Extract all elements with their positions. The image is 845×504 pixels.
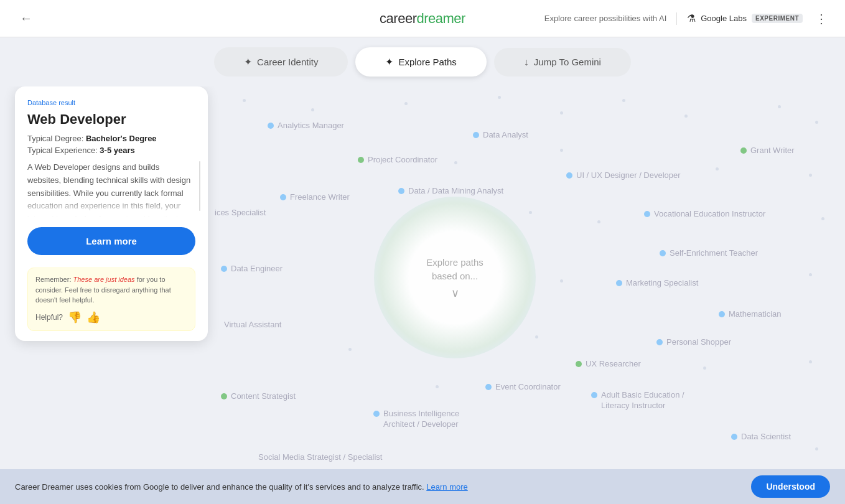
scatter-dot xyxy=(809,360,812,363)
node-dot xyxy=(616,280,622,286)
node-dot xyxy=(566,172,572,179)
tab-jump-to-gemini[interactable]: ↓ Jump To Gemini xyxy=(494,48,631,77)
node-dot xyxy=(398,188,404,194)
helpful-label: Helpful? xyxy=(35,313,63,322)
scatter-dot xyxy=(529,211,532,214)
scatter-dot xyxy=(454,161,457,164)
node-bi-architect[interactable]: Business Intelligence Architect / Develo… xyxy=(373,409,459,429)
scatter-dot xyxy=(815,121,818,124)
node-dot xyxy=(373,411,380,417)
scatter-dot xyxy=(821,217,824,220)
helpful-row: Helpful? 👎 👍 xyxy=(35,310,187,324)
node-event-coordinator[interactable]: Event Coordinator xyxy=(485,382,561,391)
node-data-engineer[interactable]: Data Engineer xyxy=(221,264,282,273)
node-data-analyst[interactable]: Data Analyst xyxy=(473,130,528,139)
node-dot xyxy=(268,123,274,129)
node-social-media[interactable]: Social Media Strategist / Specialist xyxy=(258,452,382,462)
node-freelance-writer[interactable]: Freelance Writer xyxy=(280,192,350,202)
scatter-dot xyxy=(815,447,818,450)
cookie-message: Career Dreamer uses cookies from Google … xyxy=(15,482,424,492)
experiment-badge: EXPERIMENT xyxy=(752,14,803,23)
node-content-strategist[interactable]: Content Strategist xyxy=(221,391,296,401)
degree-label: Typical Degree: xyxy=(27,134,83,143)
tab-career-identity-label: Career Identity xyxy=(257,57,318,67)
job-description: A Web Developer designs and builds websi… xyxy=(27,161,195,217)
node-self-enrichment-label: Self-Enrichment Teacher xyxy=(670,248,758,258)
node-vocational[interactable]: Vocational Education Instructor xyxy=(644,209,765,218)
node-adult-basic-label: Adult Basic Education / xyxy=(601,390,684,399)
node-bi-architect-label: Business Intelligence xyxy=(383,409,459,418)
node-project-coordinator[interactable]: Project Coordinator xyxy=(358,155,437,164)
node-virtual-assistant-label: Virtual Assistant xyxy=(224,320,281,329)
understood-button[interactable]: Understood xyxy=(751,475,830,498)
scatter-dot xyxy=(560,149,563,152)
scatter-dot xyxy=(716,167,719,170)
node-dot xyxy=(731,434,737,440)
learn-more-button[interactable]: Learn more xyxy=(27,227,195,255)
node-social-media-label: Social Media Strategist / Specialist xyxy=(258,452,382,462)
tab-explore-paths[interactable]: ✦ Explore Paths xyxy=(355,47,486,77)
node-dot xyxy=(473,132,479,138)
ai-label: Explore career possibilities with AI xyxy=(544,14,667,23)
cookie-learn-more-link[interactable]: Learn more xyxy=(426,482,467,492)
node-personal-shopper-label: Personal Shopper xyxy=(666,337,731,347)
scatter-dot xyxy=(535,335,538,338)
nav-tabs: ✦ Career Identity ✦ Explore Paths ↓ Jump… xyxy=(0,37,845,86)
more-button[interactable]: ⋮ xyxy=(813,9,830,29)
node-content-strategist-label: Content Strategist xyxy=(231,391,296,401)
job-card-panel: Database result Web Developer Typical De… xyxy=(15,86,208,341)
feedback-highlight: These are just ideas xyxy=(73,276,135,283)
scatter-dot xyxy=(243,99,246,102)
scatter-dot xyxy=(597,220,600,223)
google-labs: ⚗ Google Labs EXPERIMENT xyxy=(687,12,803,24)
scatter-dot xyxy=(348,348,352,351)
scatter-dot xyxy=(622,99,625,102)
node-uiux[interactable]: UI / UX Designer / Developer xyxy=(566,170,681,180)
node-vocational-label: Vocational Education Instructor xyxy=(654,209,765,218)
node-marketing-label: Marketing Specialist xyxy=(626,278,698,287)
node-dot xyxy=(660,250,666,256)
central-chevron-icon: ∨ xyxy=(451,286,459,300)
thumbs-down-button[interactable]: 👎 xyxy=(68,310,82,324)
node-data-mining[interactable]: Data / Data Mining Analyst xyxy=(398,186,503,195)
node-bi-architect-label2: Architect / Developer xyxy=(373,419,459,429)
experience-info: Typical Experience: 3-5 years xyxy=(27,146,195,155)
node-ux-researcher[interactable]: UX Researcher xyxy=(576,359,641,368)
logo: career dreamer xyxy=(380,11,465,27)
node-ices-specialist[interactable]: ices Specialist xyxy=(215,208,266,217)
node-data-scientist[interactable]: Data Scientist xyxy=(731,432,791,441)
node-self-enrichment[interactable]: Self-Enrichment Teacher xyxy=(660,248,758,258)
node-dot xyxy=(485,384,492,390)
node-analytics-manager[interactable]: Analytics Manager xyxy=(268,121,344,130)
node-uiux-label: UI / UX Designer / Developer xyxy=(576,170,681,180)
node-grant-writer[interactable]: Grant Writer xyxy=(740,146,795,155)
feedback-box: Remember: These are just ideas for you t… xyxy=(27,268,195,331)
node-adult-basic[interactable]: Adult Basic Education / Literacy Instruc… xyxy=(591,390,684,410)
node-adult-basic-label2: Literacy Instructor xyxy=(591,401,665,410)
back-button[interactable]: ← xyxy=(15,9,37,28)
scatter-dot xyxy=(809,273,812,276)
flask-icon: ⚗ xyxy=(687,12,696,24)
node-mathematician[interactable]: Mathematician xyxy=(719,309,782,319)
node-data-analyst-label: Data Analyst xyxy=(483,130,528,139)
node-grant-writer-label: Grant Writer xyxy=(750,146,795,155)
experience-value: 3-5 years xyxy=(100,146,134,155)
logo-career: career xyxy=(380,11,416,27)
scatter-dot xyxy=(778,105,781,108)
explore-paths-icon: ✦ xyxy=(385,56,393,68)
node-personal-shopper[interactable]: Personal Shopper xyxy=(656,337,731,347)
feedback-prefix: Remember: xyxy=(35,276,73,283)
scatter-dot xyxy=(560,111,563,114)
experience-label: Typical Experience: xyxy=(27,146,98,155)
main-area: Writer Analytics Manager Data Analyst Gr… xyxy=(0,86,845,469)
scatter-dot xyxy=(311,108,314,111)
scatter-dot xyxy=(498,96,501,99)
scatter-dot xyxy=(684,114,688,118)
tab-career-identity[interactable]: ✦ Career Identity xyxy=(214,47,348,77)
thumbs-up-button[interactable]: 👍 xyxy=(86,310,100,324)
node-virtual-assistant[interactable]: Virtual Assistant xyxy=(224,320,281,329)
feedback-text: Remember: These are just ideas for you t… xyxy=(35,274,187,306)
node-dot xyxy=(576,361,582,367)
node-marketing[interactable]: Marketing Specialist xyxy=(616,278,698,287)
central-circle[interactable]: Explore pathsbased on... ∨ xyxy=(374,197,536,358)
